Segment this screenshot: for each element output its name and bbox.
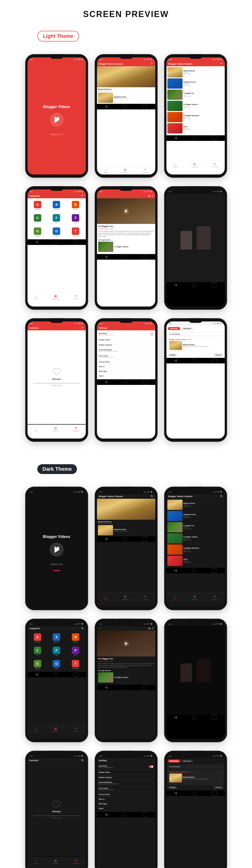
- setting-about[interactable]: About: [98, 374, 154, 378]
- dark-recents-6[interactable]: [212, 715, 217, 720]
- dark-back-arrow-5[interactable]: ←: [99, 627, 101, 629]
- home-btn-4[interactable]: [53, 240, 58, 244]
- dark-nav-home-3[interactable]: ⌂Home: [174, 595, 177, 600]
- tab-bluetooth[interactable]: Bluetooth: [181, 327, 193, 330]
- back-btn-9[interactable]: [174, 359, 177, 362]
- nav-favorites[interactable]: ♥ Favorites: [143, 168, 148, 173]
- dark-cat-technology[interactable]: T Technology: [67, 658, 85, 671]
- dark-setting-rate[interactable]: Rate us: [98, 797, 154, 802]
- setting-display-videos[interactable]: Display Videos ›: [98, 337, 154, 342]
- dark-home-8[interactable]: [123, 812, 127, 817]
- dark-mode-toggle[interactable]: [149, 333, 153, 336]
- dark-setting-clear-cache[interactable]: Clear Cache Free up to 0.5 mb of space ›: [98, 786, 154, 792]
- dark-nav-cat-3[interactable]: ▦Categories: [191, 595, 198, 600]
- dark-setting-privacy[interactable]: Privacy Policy: [98, 792, 154, 797]
- font-icon[interactable]: Aa: [148, 195, 151, 197]
- dark-list-joyrides[interactable]: For Bigger Joyrides Family Mar 15, 2022: [167, 533, 224, 544]
- dark-cat-gangster[interactable]: G Gangster: [29, 658, 46, 671]
- cat-family[interactable]: F Family: [48, 213, 65, 225]
- cat-funny[interactable]: F Funny: [67, 213, 85, 225]
- recents-btn-8[interactable]: [143, 380, 147, 384]
- setting-privacy[interactable]: Privacy Policy: [98, 360, 154, 364]
- dark-manage-button[interactable]: Manage: [168, 786, 178, 789]
- nav-fav-4[interactable]: ♥Favorites: [73, 294, 79, 300]
- nav-home[interactable]: ⌂ Home: [104, 168, 108, 173]
- recents-btn-9[interactable]: [212, 358, 217, 363]
- dark-back-9[interactable]: [174, 792, 177, 795]
- dark-share-icon[interactable]: ⤴: [152, 627, 153, 629]
- dark-recents-5[interactable]: [143, 685, 147, 690]
- back-btn-3[interactable]: [174, 136, 177, 140]
- list-row-elephants[interactable]: Elephants Dream Animation Mar 14, 2022: [167, 79, 224, 89]
- dark-cat-family[interactable]: F Family: [48, 645, 65, 657]
- dark-recents-2[interactable]: [143, 537, 147, 541]
- dark-back-3[interactable]: [174, 569, 177, 572]
- cat-google[interactable]: G Google: [48, 226, 65, 238]
- list-row-sintel[interactable]: Sintel Animation Mar 15, 2022: [167, 123, 224, 133]
- dark-search-icon-3[interactable]: 🔍: [220, 495, 223, 498]
- search-icon-4[interactable]: 🔍: [81, 195, 84, 197]
- home-btn-6[interactable]: [192, 283, 196, 287]
- dark-home-5[interactable]: [123, 685, 127, 689]
- dark-cat-animation[interactable]: A Animation: [29, 632, 46, 644]
- dark-nav-fav-4[interactable]: ♥Favorites: [73, 727, 79, 732]
- back-btn-5[interactable]: [105, 255, 107, 258]
- dark-recents-8[interactable]: [143, 812, 147, 817]
- dark-tab-bluetooth[interactable]: Bluetooth: [181, 760, 193, 763]
- dark-font-icon[interactable]: Aa: [148, 627, 151, 629]
- setting-rate[interactable]: Rate us: [98, 364, 154, 369]
- back-btn-2[interactable]: [105, 105, 107, 108]
- home-btn-5[interactable]: [123, 255, 127, 259]
- tab-whatsapp[interactable]: Whatsapp: [168, 327, 180, 330]
- list-row-joyrides[interactable]: For Bigger Joyrides Family Mar 15, 2022: [167, 101, 224, 111]
- dark-recents-9[interactable]: [212, 791, 217, 796]
- setting-dark-mode[interactable]: Dark Mode Switch to dark/light theme: [98, 331, 154, 337]
- related-video-row[interactable]: For Bigger Joyrides: [98, 242, 154, 252]
- share-icon[interactable]: ⤴: [152, 195, 153, 197]
- dark-home-4[interactable]: [53, 673, 58, 677]
- cat-animation[interactable]: A Animation: [29, 199, 46, 212]
- dark-nav-fav-2[interactable]: ♥Favorites: [143, 595, 148, 600]
- dark-back-6[interactable]: [174, 716, 177, 719]
- dark-home-9[interactable]: [192, 791, 196, 795]
- nav-fav-7[interactable]: ♥Favorites: [73, 427, 79, 432]
- search-icon-7[interactable]: 🔍: [81, 327, 84, 329]
- nav-home-3[interactable]: ⌂Home: [174, 162, 177, 167]
- dark-video-player[interactable]: [166, 626, 225, 715]
- nav-home-4[interactable]: ⌂Home: [34, 294, 38, 300]
- dark-recents-4[interactable]: [73, 672, 78, 677]
- dark-setting-display-category[interactable]: Display Category ›: [98, 775, 154, 780]
- setting-display-category[interactable]: Display Category ›: [98, 342, 154, 348]
- nav-home-7[interactable]: ⌂Home: [34, 427, 38, 432]
- nav-cat-7[interactable]: ▦Categories: [52, 427, 59, 432]
- home-btn-9[interactable]: [192, 359, 196, 363]
- dark-nav-cat-2[interactable]: ▦Categories: [122, 595, 128, 600]
- dark-back-4[interactable]: [35, 673, 38, 676]
- setting-clear-cache[interactable]: Clear Cache Free up to 0.5 mb of space ›: [98, 354, 154, 360]
- dark-setting-display-videos[interactable]: Display Videos ›: [98, 770, 154, 775]
- back-btn-4[interactable]: [35, 241, 38, 244]
- list-row-meltdowns[interactable]: For Bigger Meltdowns Family Mar 15, 2022: [167, 112, 224, 122]
- dark-home-3[interactable]: [192, 568, 196, 573]
- clear-all-button[interactable]: Clear all: [214, 353, 223, 356]
- setting-more-apps[interactable]: More Apps: [98, 369, 154, 374]
- dark-mode-toggle-d[interactable]: [149, 765, 153, 768]
- recents-btn-5[interactable]: [143, 254, 147, 259]
- dark-related-row[interactable]: For Bigger Joyrides: [98, 672, 154, 683]
- back-arrow-5[interactable]: ←: [99, 195, 101, 197]
- dark-back-2[interactable]: [105, 537, 107, 541]
- dark-share-search-input[interactable]: [168, 765, 223, 768]
- dark-recents-3[interactable]: [212, 568, 217, 573]
- cat-cars[interactable]: C Cars: [29, 213, 46, 225]
- nav-cat-3[interactable]: ▦Categories: [191, 162, 198, 167]
- recents-btn-6[interactable]: [212, 283, 217, 287]
- dark-setting-dark-mode[interactable]: Dark Mode Switch to dark/light theme: [98, 764, 154, 770]
- manage-button[interactable]: Manage: [168, 353, 178, 356]
- dark-back-8[interactable]: [105, 813, 107, 816]
- dark-list-sintel[interactable]: Sintel Animation Mar 15, 2022: [167, 556, 224, 566]
- dark-back-5[interactable]: [105, 686, 107, 689]
- dark-cat-blender[interactable]: B Blender: [67, 632, 85, 644]
- dark-clear-all-button[interactable]: Clear all: [214, 786, 223, 789]
- dark-setting-push[interactable]: Push Notification Manage push notificati…: [98, 780, 154, 786]
- back-btn-6[interactable]: [174, 283, 177, 287]
